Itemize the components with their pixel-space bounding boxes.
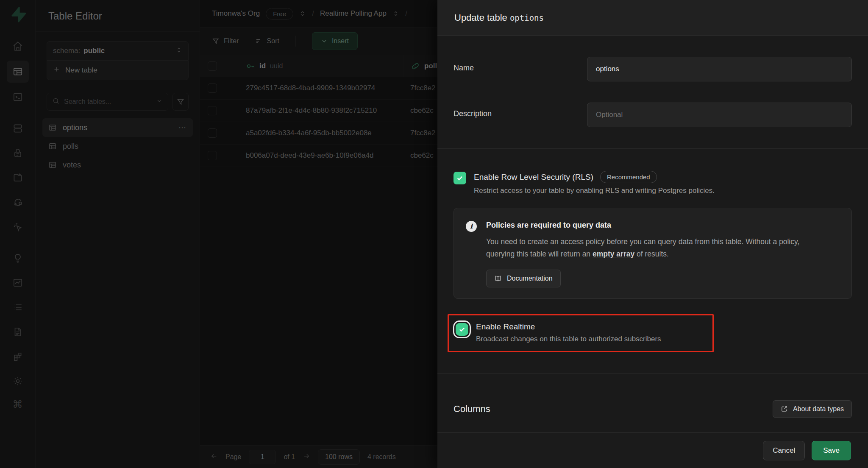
modal-dim-overlay[interactable] — [0, 0, 437, 468]
rls-policies-info-box: i Policies are required to query data Yo… — [453, 208, 852, 299]
name-row: Name — [437, 57, 868, 81]
info-icon: i — [466, 221, 477, 232]
rls-subtitle: Restrict access to your table by enablin… — [474, 187, 852, 195]
info-title: Policies are required to query data — [486, 221, 821, 230]
panel-title: Update table options — [454, 12, 544, 23]
check-icon — [458, 326, 466, 333]
panel-title-prefix: Update table — [454, 12, 510, 23]
about-data-types-label: About data types — [793, 405, 844, 413]
recommended-badge: Recommended — [600, 171, 657, 183]
update-table-panel: Update table options Name Description En… — [437, 0, 868, 468]
panel-title-table-name: options — [510, 13, 544, 22]
description-row: Description — [437, 103, 868, 127]
realtime-highlight-box: Enable Realtime Broadcast changes on thi… — [448, 314, 714, 352]
realtime-subtitle: Broadcast changes on this table to autho… — [476, 335, 712, 343]
info-body: You need to create an access policy befo… — [486, 236, 821, 260]
realtime-label[interactable]: Enable Realtime — [476, 322, 535, 332]
name-label: Name — [453, 57, 587, 81]
book-icon — [494, 275, 502, 282]
panel-body: Name Description Enable Row Level Securi… — [437, 36, 868, 432]
rls-checkbox[interactable] — [453, 172, 466, 184]
panel-footer: Cancel Save — [437, 432, 868, 468]
divider — [437, 148, 868, 149]
documentation-label: Documentation — [507, 275, 553, 282]
realtime-checkbox[interactable] — [456, 323, 468, 336]
external-link-icon — [781, 405, 788, 412]
columns-heading: Columns — [453, 404, 490, 415]
documentation-button[interactable]: Documentation — [486, 270, 561, 287]
description-label: Description — [453, 103, 587, 127]
rls-label[interactable]: Enable Row Level Security (RLS) — [474, 173, 593, 182]
app-window: ⌘ Table Editor schema: public New table — [0, 0, 868, 468]
realtime-row: Enable Realtime Broadcast changes on thi… — [456, 322, 712, 343]
divider — [437, 373, 868, 374]
empty-array-link[interactable]: empty array — [593, 250, 634, 258]
check-icon — [456, 174, 464, 182]
table-description-input[interactable] — [587, 103, 852, 127]
columns-section-header: Columns About data types — [437, 400, 868, 418]
rls-row: Enable Row Level Security (RLS) Recommen… — [437, 171, 868, 195]
about-data-types-button[interactable]: About data types — [773, 400, 852, 418]
info-body-text: of results. — [634, 250, 669, 258]
cancel-button[interactable]: Cancel — [763, 441, 805, 460]
panel-header: Update table options — [437, 0, 868, 36]
save-button[interactable]: Save — [812, 441, 851, 460]
table-name-input[interactable] — [587, 57, 852, 81]
